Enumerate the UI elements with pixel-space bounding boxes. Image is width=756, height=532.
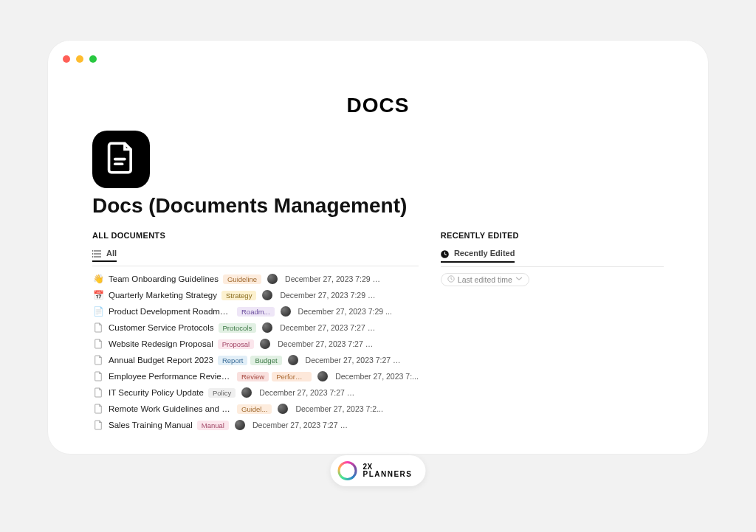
document-row[interactable]: Sales Training ManualManualDecember 27, … [92,417,419,433]
doc-tag[interactable]: Strategy [221,291,256,300]
page-icon[interactable] [92,131,150,188]
doc-date: December 27, 2023 7:27 PM [259,388,357,397]
doc-emoji-icon: 📄 [92,306,104,317]
document-row[interactable]: Website Redesign ProposalProposalDecembe… [92,336,419,352]
doc-date: December 27, 2023 7:27 PM [252,421,350,429]
tab-recently-edited-label: Recently Edited [454,249,515,258]
doc-tags: Proposal [218,339,255,349]
document-row[interactable]: Annual Budget Report 2023ReportBudgetDec… [92,352,419,368]
author-avatar[interactable] [278,404,288,414]
author-avatar[interactable] [235,420,245,430]
sort-by-pill[interactable]: Last edited time [441,273,529,286]
brand-logo-icon [337,461,357,480]
sort-label: Last edited time [458,275,512,284]
doc-tag[interactable]: Policy [208,388,236,398]
minimize-window-button[interactable] [76,55,83,63]
document-row[interactable]: Remote Work Guidelines and Best Pr...Gui… [92,401,419,417]
doc-title: Product Development Roadmap 2... [109,307,233,316]
doc-tag[interactable]: Guideline [223,274,261,284]
doc-tag[interactable]: Performan [272,372,312,381]
svg-point-5 [92,250,93,252]
doc-title: Website Redesign Proposal [109,339,213,348]
maximize-window-button[interactable] [89,55,97,63]
recently-edited-panel: RECENTLY EDITED Recently Edited Last edi… [441,231,664,433]
recent-view-tabs: Recently Edited [441,246,664,267]
doc-title: Sales Training Manual [109,421,193,429]
file-icon [92,355,104,365]
doc-title: Remote Work Guidelines and Best Pr... [109,404,233,413]
doc-tag[interactable]: Manual [197,421,229,430]
author-avatar[interactable] [317,371,328,381]
document-row[interactable]: 📄Product Development Roadmap 2...Roadm..… [92,303,419,319]
doc-emoji-icon: 👋 [92,274,104,284]
top-heading: DOCS [48,94,708,117]
tab-recently-edited[interactable]: Recently Edited [441,249,515,263]
doc-date: December 27, 2023 7:... [335,372,419,381]
close-window-button[interactable] [63,55,70,63]
author-avatar[interactable] [288,355,298,365]
doc-title: Team Onboarding Guidelines [109,274,219,283]
clock-icon [441,250,449,258]
window-controls [63,55,97,63]
doc-date: December 27, 2023 7:27 PM [280,323,377,332]
document-row[interactable]: Customer Service ProtocolsProtocolsDecem… [92,319,419,336]
file-icon [92,387,104,398]
file-icon [92,420,104,430]
document-list: 👋Team Onboarding GuidelinesGuidelineDece… [92,271,419,433]
doc-tag[interactable]: Proposal [218,339,255,349]
doc-emoji-icon: 📅 [92,290,104,300]
chevron-down-icon [515,275,523,284]
author-avatar[interactable] [267,274,278,284]
svg-point-6 [92,253,93,255]
all-documents-panel: ALL DOCUMENTS All 👋Team Onboarding Guide… [92,231,419,433]
doc-date: December 27, 2023 7:29 PM [285,274,382,283]
author-avatar[interactable] [262,290,272,300]
doc-tag[interactable]: Guidel... [237,404,272,414]
document-row[interactable]: 👋Team Onboarding GuidelinesGuidelineDece… [92,271,419,287]
doc-date: December 27, 2023 7:29 ... [298,307,392,316]
document-row[interactable]: IT Security Policy UpdatePolicyDecember … [92,384,419,401]
tab-all[interactable]: All [92,249,117,262]
doc-tags: ReportBudget [218,356,282,365]
doc-tag[interactable]: Roadm... [237,307,275,317]
clock-outline-icon [447,275,455,284]
doc-tag[interactable]: Protocols [219,323,257,333]
file-icon [92,404,104,414]
tab-all-label: All [106,249,117,258]
view-tabs: All [92,246,419,266]
brand-text: 2X PLANNERS [362,463,412,478]
file-icon [92,371,104,381]
author-avatar[interactable] [260,339,270,349]
doc-tag[interactable]: Report [218,356,248,365]
brand-badge[interactable]: 2X PLANNERS [330,455,425,486]
doc-tags: Policy [208,388,236,398]
app-window: DOCS Docs (Documents Management) ALL DOC… [48,41,708,454]
recently-edited-heading: RECENTLY EDITED [441,231,664,240]
document-icon [106,141,137,178]
doc-title: Quarterly Marketing Strategy [109,291,217,300]
doc-tags: Protocols [219,323,257,333]
doc-tags: Roadm... [237,307,275,317]
doc-title: Customer Service Protocols [109,323,214,332]
doc-tags: ReviewPerforman [237,372,312,381]
svg-point-7 [92,256,93,258]
file-icon [92,322,104,333]
doc-tag[interactable]: Budget [250,356,281,365]
doc-title: IT Security Policy Update [109,388,204,397]
document-row[interactable]: Employee Performance Review...ReviewPerf… [92,368,419,384]
doc-title: Employee Performance Review... [109,372,233,381]
doc-tags: Guideline [223,274,261,284]
all-documents-heading: ALL DOCUMENTS [92,231,419,240]
doc-tags: Manual [197,421,229,430]
document-row[interactable]: 📅Quarterly Marketing StrategyStrategyDec… [92,287,419,303]
file-icon [92,339,104,349]
brand-line2: PLANNERS [362,471,412,478]
author-avatar[interactable] [262,322,272,333]
doc-date: December 27, 2023 7:27 PM [278,339,375,348]
doc-tag[interactable]: Review [237,372,269,381]
doc-tags: Strategy [221,291,256,300]
list-icon [92,250,101,258]
author-avatar[interactable] [241,387,252,398]
doc-date: December 27, 2023 7:27 PM [306,356,403,365]
author-avatar[interactable] [281,306,291,317]
